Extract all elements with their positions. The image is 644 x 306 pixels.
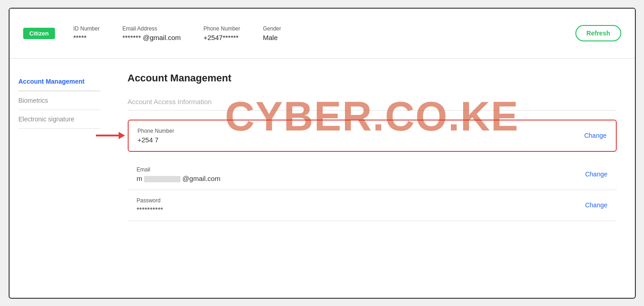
watermark-wrapper: CYBER.CO.KE Account Access Information P… xyxy=(128,98,617,221)
sidebar-item-biometrics[interactable]: Biometrics xyxy=(19,91,100,110)
email-field: Email m @gmail.com xyxy=(137,166,220,182)
citizen-badge: Citizen xyxy=(23,28,55,39)
phone-number-field: Phone Number +254 7 xyxy=(138,128,175,144)
phone-header-value: +2547****** xyxy=(204,34,240,41)
phone-number-row: Phone Number +254 7 Change xyxy=(128,120,617,152)
phone-number-label: Phone Number xyxy=(138,128,175,134)
password-label: Password xyxy=(137,197,163,204)
email-value: m @gmail.com xyxy=(137,175,220,182)
password-row: Password ********** Change xyxy=(128,190,617,221)
email-mask xyxy=(144,176,180,182)
arrow-indicator xyxy=(96,132,125,139)
email-header-value: ******* @gmail.com xyxy=(122,34,181,41)
section-title: Account Access Information xyxy=(128,98,617,110)
gender-header-field: Gender Male xyxy=(263,25,281,41)
email-change-button[interactable]: Change xyxy=(585,171,607,178)
id-number-value: ***** xyxy=(73,34,100,41)
sidebar-item-electronic-signature[interactable]: Electronic signature xyxy=(19,110,100,129)
arrow-head xyxy=(119,132,125,139)
content-area: Account Management CYBER.CO.KE Account A… xyxy=(110,72,635,298)
id-number-label: ID Number xyxy=(73,25,100,32)
email-row: Email m @gmail.com Change xyxy=(128,159,617,190)
sidebar-item-account-management[interactable]: Account Management xyxy=(19,72,100,91)
phone-header-field: Phone Number +2547****** xyxy=(204,25,240,41)
password-value: ********** xyxy=(137,206,163,213)
header-card: Citizen ID Number ***** Email Address **… xyxy=(10,9,635,59)
arrow-shaft xyxy=(96,135,119,136)
phone-change-button[interactable]: Change xyxy=(584,132,606,139)
app-frame: Citizen ID Number ***** Email Address **… xyxy=(9,8,636,299)
page-title: Account Management xyxy=(128,72,617,84)
id-number-field: ID Number ***** xyxy=(73,25,100,41)
email-label: Email xyxy=(137,166,220,173)
email-header-label: Email Address xyxy=(122,25,181,32)
main-content: Account Management Biometrics Electronic… xyxy=(10,59,635,298)
gender-header-label: Gender xyxy=(263,25,281,32)
refresh-button[interactable]: Refresh xyxy=(575,25,621,41)
gender-header-value: Male xyxy=(263,34,281,41)
phone-header-label: Phone Number xyxy=(204,25,240,32)
header-fields: ID Number ***** Email Address ******* @g… xyxy=(73,25,557,41)
password-field: Password ********** xyxy=(137,197,163,213)
sidebar: Account Management Biometrics Electronic… xyxy=(10,72,110,298)
password-change-button[interactable]: Change xyxy=(585,201,607,209)
phone-row-wrapper: Phone Number +254 7 Change xyxy=(128,120,617,152)
phone-number-value: +254 7 xyxy=(138,136,175,144)
email-header-field: Email Address ******* @gmail.com xyxy=(122,25,181,41)
